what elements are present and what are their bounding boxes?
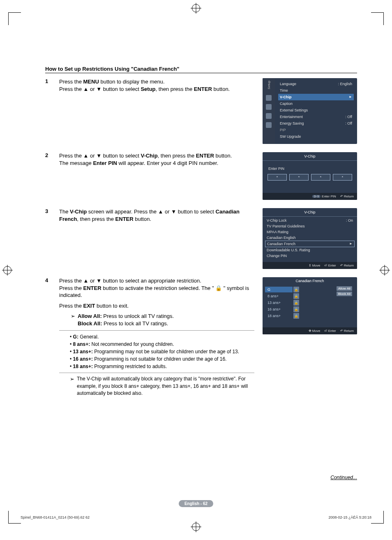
t: button. [212,86,230,92]
menu-item-caption[interactable]: Caption [278,100,354,107]
step-number: 3 [45,208,51,270]
footer-move: ⇕ Move [309,264,321,267]
footer-return: ↶ Return [340,195,354,198]
t: ENTER [194,86,212,92]
menu-item-tv-parental[interactable]: TV Parental Guidelines [265,223,355,229]
rating-row-16ans[interactable]: 16 ans+🔒 [265,306,337,313]
t: Press the [59,79,83,85]
step-number: 1 [45,78,51,145]
pin-digit-3[interactable]: * [311,174,330,181]
osd-vchip-menu: V-Chip V-Chip Lock: On TV Parental Guide… [263,208,357,269]
pin-digit-1[interactable]: * [267,174,287,181]
rating-row-18ans[interactable]: 18 ans+🔒 [265,313,337,319]
osd-title: Canadian French [263,277,357,285]
menu-item-time[interactable]: Time [278,87,354,94]
gear-icon [266,104,272,110]
lock-icon: 🔒 [293,306,299,312]
osd-side-label: Setup [267,81,271,89]
page-number-pill: English - 62 [179,500,213,507]
footer-return: ↶ Return [340,264,354,267]
menu-item-change-pin[interactable]: Change PIN [265,253,355,259]
lock-icon: 🔒 [293,293,299,299]
step-text: Press the ▲ or ▼ button to select an app… [59,277,254,397]
arrow-icon: ➢ [70,375,74,397]
section-title: How to Set up Restrictions Using "Canadi… [45,66,357,73]
menu-item-energy-saving[interactable]: Energy Saving: Off [278,120,354,127]
footer-left: Spinel_BN68-01411A_0214 (50-69).62 62 [21,515,90,519]
step-text: Press the MENU button to display the men… [59,78,254,145]
note: ➢ The V-Chip will automatically block an… [59,375,254,397]
osd-setup-menu: Setup Language: English Time V-Chip► Cap… [263,78,357,144]
footer-right: 2008-02-15 ¿ÀÈÄ 5:20:18 [328,515,371,519]
menu-item-external-settings[interactable]: External Settings [278,107,354,114]
menu-item-language[interactable]: Language: English [278,81,354,87]
step-number: 2 [45,152,51,201]
t: Press the ▲ or ▼ button to select [59,86,141,92]
step-text: Press the ▲ or ▼ button to select V-Chip… [59,152,254,201]
menu-item-entertainment[interactable]: Entertainment: Off [278,114,354,120]
menu-item-sw-upgrade[interactable]: SW Upgrade [278,133,354,140]
caption-icon [266,113,272,119]
menu-item-vchip-lock[interactable]: V-Chip Lock: On [265,218,355,223]
menu-item-mpaa[interactable]: MPAA Rating [265,229,355,235]
menu-item-downloadable-us[interactable]: Downloadable U.S. Rating [265,247,355,253]
osd-canadian-french: Canadian French G🔒 8 ans+🔒 13 ans+🔒 16 a… [263,277,357,334]
t: Setup [141,86,155,92]
footer-move: ✥ Move [309,329,321,333]
print-footer: Spinel_BN68-01411A_0214 (50-69).62 62 20… [21,515,371,519]
t: MENU [83,79,99,85]
osd-title: V-Chip [263,208,357,217]
t: , then press the [156,86,194,92]
pin-digit-4[interactable]: * [333,174,352,181]
footer-enter: ⏎ Enter [324,329,336,333]
osd-title: V-Chip [263,152,357,161]
step-text: The V-Chip screen will appear. Press the… [59,208,254,270]
menu-item-canadian-french[interactable]: Canadian French► [265,241,355,247]
osd-enter-pin: V-Chip Enter PIN * * * * 0~9Enter PIN ↶ … [263,152,357,200]
rating-row-8ans[interactable]: 8 ans+🔒 [265,293,337,299]
arrow-icon: ➢ [71,313,75,327]
footer-enter: ⏎ Enter [324,264,336,267]
footer-enter-pin: 0~9Enter PIN [312,195,336,198]
allow-all-button[interactable]: Allow All [337,286,352,291]
t: button to display the menu. [99,79,165,85]
rating-row-g[interactable]: G🔒 [265,286,337,293]
footer-return: ↶ Return [340,329,354,333]
plug-and-play-icon [266,95,272,101]
pin-label: Enter PIN [263,161,357,174]
menu-item-vchip[interactable]: V-Chip► [278,94,354,100]
lock-icon: 🔒 [293,287,299,292]
menu-item-pip: PIP [278,127,354,133]
lock-icon: 🔒 [293,313,299,319]
screen-icon [266,122,272,128]
rating-row-13ans[interactable]: 13 ans+🔒 [265,299,337,306]
block-all-button[interactable]: Block All [337,292,352,296]
pin-digit-2[interactable]: * [289,174,309,181]
step-number: 4 [45,277,51,397]
menu-item-canadian-english[interactable]: Canadian English [265,235,355,241]
lock-icon: 🔒 [293,300,299,306]
continued-label: Continued... [330,475,357,480]
ratings-definitions: • G: General. • 8 ans+: Not recommended … [59,330,254,373]
